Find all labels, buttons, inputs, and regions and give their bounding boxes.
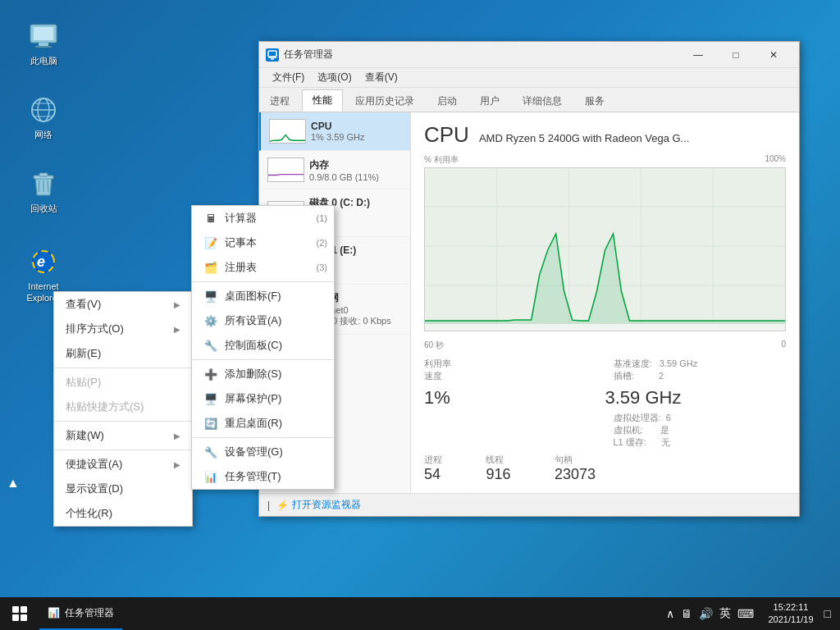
taskbar-item-task-manager[interactable]: 📊 任务管理器 xyxy=(39,597,122,630)
task-manager-window: 任务管理器 — □ ✕ 文件(F) 选项(O) 查看(V) 进程 性能 应用历史… xyxy=(258,41,800,517)
desktop-icon-menu-icon: 🖥️ xyxy=(203,289,218,304)
submenu-control-panel[interactable]: 🔧 控制面板(C) xyxy=(192,333,334,358)
stat-thread-label: 线程 xyxy=(486,454,541,466)
desktop-icon-recycle-bin[interactable]: 回收站 xyxy=(15,164,72,217)
view-submenu-arrow: ▶ xyxy=(174,300,180,309)
context-menu-new[interactable]: 新建(W) ▶ xyxy=(54,423,192,448)
stat-handle-label: 句柄 xyxy=(555,454,627,466)
add-remove-label: 添加删除(S) xyxy=(225,367,281,381)
cpu-subtitle: AMD Ryzen 5 2400G with Radeon Vega G... xyxy=(479,132,690,144)
screensaver-icon: 🖥️ xyxy=(203,391,218,406)
submenu-screensaver[interactable]: 🖥️ 屏幕保护(P) xyxy=(192,386,334,411)
bottom-separator: | xyxy=(267,500,270,511)
submenu-notepad[interactable]: 📝 记事本 (2) xyxy=(192,231,334,255)
tabbar: 进程 性能 应用历史记录 启动 用户 详细信息 服务 xyxy=(259,88,799,112)
stat-utilization-label: 利用率 xyxy=(424,358,597,370)
quick-settings-label: 便捷设置(A) xyxy=(66,457,122,472)
tray-language[interactable]: 英 xyxy=(717,605,733,623)
all-settings-icon: ⚙️ xyxy=(203,313,218,328)
taskbar-clock[interactable]: 15:22:11 2021/11/19 xyxy=(763,601,818,627)
tab-app-history[interactable]: 应用历史记录 xyxy=(345,90,425,112)
submenu-task-manager[interactable]: 📊 任务管理(T) xyxy=(192,464,334,489)
submenu-restart-desktop[interactable]: 🔄 重启桌面(R) xyxy=(192,411,334,436)
tab-processes[interactable]: 进程 xyxy=(259,90,300,112)
close-button[interactable]: ✕ xyxy=(755,42,792,68)
submenu-device-manager[interactable]: 🔧 设备管理(G) xyxy=(192,440,334,464)
submenu-regedit[interactable]: 🗂️ 注册表 (3) xyxy=(192,255,334,280)
view-label: 查看(V) xyxy=(66,297,101,312)
this-pc-icon xyxy=(27,20,60,52)
start-icon xyxy=(12,606,27,621)
context-menu-section-3: 新建(W) ▶ xyxy=(54,423,192,448)
window-title-text: 任务管理器 xyxy=(284,48,679,62)
cpu-speed-value: 3.59 GHz xyxy=(605,387,787,409)
desktop-icon-this-pc[interactable]: 此电脑 xyxy=(15,16,72,70)
memory-resource-name: 内存 xyxy=(309,158,402,172)
context-menu-paste-shortcut[interactable]: 粘贴快捷方式(S) xyxy=(54,395,192,419)
context-menu-quick-settings[interactable]: 便捷设置(A) ▶ xyxy=(54,452,192,477)
menubar: 文件(F) 选项(O) 查看(V) xyxy=(259,68,799,88)
all-settings-label: 所有设置(A) xyxy=(225,313,281,328)
cpu-resource-detail: 1% 3.59 GHz xyxy=(311,132,402,142)
stat-virtual-proc-label: 虚拟处理器: 6 xyxy=(614,412,787,424)
notepad-label: 记事本 xyxy=(225,235,257,250)
context-menu-display-settings[interactable]: 显示设置(D) xyxy=(54,477,192,501)
context-menu-view[interactable]: 查看(V) ▶ xyxy=(54,292,192,317)
context-menu-paste[interactable]: 粘贴(P) xyxy=(54,370,192,395)
maximize-button[interactable]: □ xyxy=(717,42,755,68)
menu-file[interactable]: 文件(F) xyxy=(266,69,311,86)
tab-services[interactable]: 服务 xyxy=(574,90,615,112)
window-titlebar: 任务管理器 — □ ✕ xyxy=(259,42,799,68)
memory-resource-info: 内存 0.9/8.0 GB (11%) xyxy=(309,158,402,182)
tab-startup[interactable]: 启动 xyxy=(427,90,468,112)
cpu-mini-chart xyxy=(269,119,306,144)
separator-1 xyxy=(54,368,192,368)
tray-chevron[interactable]: ∧ xyxy=(664,605,677,622)
tray-volume[interactable]: 🔊 xyxy=(696,605,715,622)
tab-performance[interactable]: 性能 xyxy=(302,89,343,112)
window-controls: — □ ✕ xyxy=(679,42,792,68)
context-menu-refresh[interactable]: 刷新(E) xyxy=(54,341,192,366)
menu-options[interactable]: 选项(O) xyxy=(311,69,358,86)
context-menu-sort[interactable]: 排序方式(O) ▶ xyxy=(54,317,192,341)
refresh-label: 刷新(E) xyxy=(66,346,101,361)
context-menu-personalize[interactable]: 个性化(R) xyxy=(54,501,192,526)
clock-time: 15:22:11 xyxy=(774,601,809,614)
submenu-all-settings[interactable]: ⚙️ 所有设置(A) xyxy=(192,308,334,333)
start-button[interactable] xyxy=(0,597,39,630)
menu-view[interactable]: 查看(V) xyxy=(358,69,404,86)
device-manager-icon: 🔧 xyxy=(203,445,218,459)
control-panel-icon: 🔧 xyxy=(203,338,218,353)
submenu-separator-3 xyxy=(192,437,334,438)
context-menu-section-4: 便捷设置(A) ▶ 显示设置(D) 个性化(R) xyxy=(54,452,192,526)
paste-shortcut-label: 粘贴快捷方式(S) xyxy=(66,399,144,414)
taskbar-item-label: 任务管理器 xyxy=(65,606,114,620)
desktop-icon-network[interactable]: 网络 xyxy=(15,90,72,144)
display-settings-label: 显示设置(D) xyxy=(66,482,123,496)
tray-keyboard[interactable]: ⌨ xyxy=(735,605,756,622)
tab-details[interactable]: 详细信息 xyxy=(512,90,573,112)
personalize-label: 个性化(R) xyxy=(66,506,112,521)
cpu-chart xyxy=(424,167,786,331)
submenu-calculator[interactable]: 🖩 计算器 (1) xyxy=(192,206,334,231)
sort-submenu-arrow: ▶ xyxy=(174,325,180,334)
minimize-button[interactable]: — xyxy=(679,42,717,68)
notepad-shortcut: (2) xyxy=(317,238,327,248)
resource-item-cpu[interactable]: CPU 1% 3.59 GHz xyxy=(259,112,410,151)
resource-item-memory[interactable]: 内存 0.9/8.0 GB (11%) xyxy=(259,151,410,189)
chart-label-100: 100% xyxy=(765,154,786,166)
submenu-desktop-icon[interactable]: 🖥️ 桌面图标(F) xyxy=(192,284,334,308)
tab-users[interactable]: 用户 xyxy=(469,90,510,112)
tray-notification[interactable]: □ xyxy=(822,605,833,622)
taskbar-item-icon: 📊 xyxy=(48,607,60,619)
context-submenu: 🖩 计算器 (1) 📝 记事本 (2) 🗂️ 注册表 (3) 🖥️ 桌面图标(F… xyxy=(191,205,335,490)
stat-utilization: 利用率 速度 xyxy=(424,358,597,382)
calculator-shortcut: (1) xyxy=(317,213,327,223)
clock-date: 2021/11/19 xyxy=(768,614,813,626)
recycle-bin-label: 回收站 xyxy=(30,203,57,214)
tray-network[interactable]: 🖥 xyxy=(678,605,695,622)
open-resource-monitor-button[interactable]: ⚡ 打开资源监视器 xyxy=(276,498,361,512)
regedit-shortcut: (3) xyxy=(317,262,327,272)
new-submenu-arrow: ▶ xyxy=(174,431,180,441)
submenu-add-remove[interactable]: ➕ 添加删除(S) xyxy=(192,362,334,386)
